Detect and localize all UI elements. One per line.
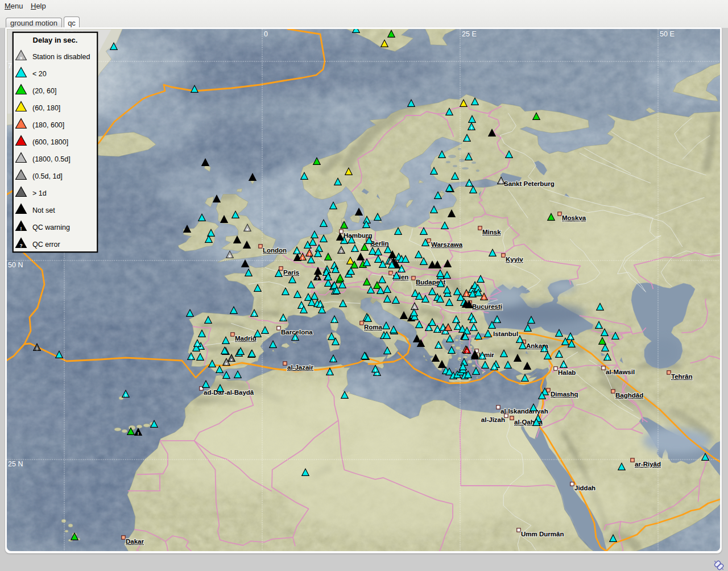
- svg-text:!: !: [375, 368, 377, 373]
- svg-text:!: !: [20, 226, 22, 231]
- svg-text:Station is disabled: Station is disabled: [32, 53, 90, 61]
- svg-text:Madrid: Madrid: [235, 335, 257, 342]
- svg-text:0: 0: [264, 30, 268, 38]
- svg-text:Tehrân: Tehrân: [671, 373, 693, 380]
- svg-text:Roma: Roma: [364, 324, 383, 330]
- svg-text:?: ?: [253, 312, 256, 317]
- svg-text:!: !: [138, 431, 139, 436]
- svg-text:x: x: [20, 55, 23, 61]
- svg-text:?: ?: [558, 353, 561, 358]
- svg-text:?: ?: [436, 328, 439, 333]
- svg-text:?: ?: [455, 318, 458, 324]
- svg-text:!: !: [333, 358, 334, 363]
- svg-text:(0.5d, 1d]: (0.5d, 1d]: [32, 172, 63, 180]
- svg-text:(1800, 0.5d]: (1800, 0.5d]: [32, 155, 71, 163]
- svg-text:25 N: 25 N: [8, 460, 23, 468]
- svg-text:Sankt Peterburg: Sankt Peterburg: [504, 180, 555, 187]
- svg-text:?: ?: [196, 342, 199, 347]
- svg-text:!: !: [466, 292, 468, 297]
- svg-text:?: ?: [296, 250, 299, 255]
- svg-text:?: ?: [333, 318, 336, 324]
- svg-text:Jiddah: Jiddah: [574, 485, 595, 491]
- svg-text:al-Jîzah: al-Jîzah: [481, 416, 505, 423]
- svg-text:!: !: [428, 326, 430, 332]
- svg-text:?: ?: [466, 349, 469, 354]
- svg-text:?: ?: [437, 344, 440, 349]
- svg-text:Bucuresti: Bucuresti: [472, 303, 502, 310]
- svg-text:Moskva: Moskva: [562, 214, 586, 221]
- svg-text:!: !: [295, 336, 296, 341]
- svg-text:Baghdâd: Baghdâd: [615, 392, 643, 399]
- svg-text:!: !: [309, 252, 311, 257]
- svg-text:Not set: Not set: [32, 206, 55, 214]
- svg-text:(60, 180]: (60, 180]: [32, 104, 60, 112]
- svg-text:?: ?: [496, 318, 499, 324]
- svg-text:London: London: [263, 247, 287, 254]
- svg-text:?: ?: [19, 243, 22, 249]
- svg-text:Dakar: Dakar: [126, 538, 144, 545]
- svg-text:(180, 600]: (180, 600]: [32, 121, 64, 129]
- svg-text:?: ?: [569, 336, 572, 341]
- svg-text:!: !: [466, 137, 468, 142]
- svg-text:(20, 60]: (20, 60]: [32, 87, 56, 95]
- svg-text:!: !: [320, 303, 321, 308]
- svg-text:x: x: [230, 357, 233, 362]
- svg-text:x: x: [229, 254, 231, 259]
- svg-text:?: ?: [493, 366, 496, 371]
- svg-text:Minsk: Minsk: [482, 229, 501, 235]
- svg-text:?: ?: [562, 363, 565, 369]
- svg-text:!: !: [607, 356, 609, 361]
- svg-text:?: ?: [400, 268, 403, 273]
- svg-text:Berlin: Berlin: [370, 240, 389, 247]
- svg-text:Kyyiv: Kyyiv: [506, 256, 523, 263]
- svg-text:!: !: [302, 256, 304, 261]
- svg-text:50 N: 50 N: [8, 261, 23, 269]
- svg-text:?: ?: [316, 276, 319, 281]
- svg-text:?: ?: [282, 317, 285, 322]
- svg-text:al-Jazair: al-Jazair: [287, 364, 314, 371]
- svg-text:?: ?: [190, 355, 193, 361]
- svg-text:!: !: [544, 347, 545, 353]
- svg-text:Delay in sec.: Delay in sec.: [33, 36, 78, 44]
- svg-text:< 20: < 20: [32, 70, 47, 78]
- svg-text:Barcelona: Barcelona: [281, 329, 313, 336]
- svg-text:!: !: [500, 180, 502, 185]
- svg-text:?: ?: [457, 325, 460, 330]
- svg-text:?: ?: [473, 326, 475, 332]
- svg-text:25 E: 25 E: [462, 30, 477, 38]
- svg-text:50 E: 50 E: [660, 30, 675, 38]
- svg-text:?: ?: [354, 247, 357, 253]
- svg-text:Umm Durmân: Umm Durmân: [521, 531, 564, 537]
- svg-text:Istanbul: Istanbul: [493, 330, 518, 337]
- svg-text:Warszawa: Warszawa: [431, 241, 463, 248]
- svg-text:QC error: QC error: [32, 241, 60, 249]
- svg-text:?: ?: [340, 249, 343, 254]
- svg-text:!: !: [473, 318, 474, 324]
- svg-text:(600, 1800]: (600, 1800]: [32, 138, 68, 146]
- svg-text:!: !: [483, 296, 485, 301]
- svg-text:Halab: Halab: [558, 369, 576, 376]
- svg-text:?: ?: [481, 355, 484, 360]
- svg-text:x: x: [246, 227, 249, 232]
- svg-text:ar-Riyâd: ar-Riyâd: [635, 461, 661, 467]
- svg-text:!: !: [471, 126, 473, 131]
- svg-text:> 1d: > 1d: [32, 189, 47, 197]
- svg-text:Dimashq: Dimashq: [551, 391, 578, 398]
- svg-text:?: ?: [468, 182, 471, 187]
- svg-text:!: !: [598, 324, 600, 329]
- svg-text:ad-Dar-al-Baydâ: ad-Dar-al-Baydâ: [204, 389, 254, 396]
- svg-text:!: !: [519, 338, 521, 344]
- svg-text:Paris: Paris: [283, 269, 299, 276]
- svg-text:!: !: [125, 393, 127, 398]
- svg-text:!: !: [329, 371, 331, 376]
- svg-text:QC warning: QC warning: [32, 224, 70, 231]
- svg-text:al-Mawsil: al-Mawsil: [606, 369, 635, 375]
- svg-text:!: !: [36, 346, 38, 351]
